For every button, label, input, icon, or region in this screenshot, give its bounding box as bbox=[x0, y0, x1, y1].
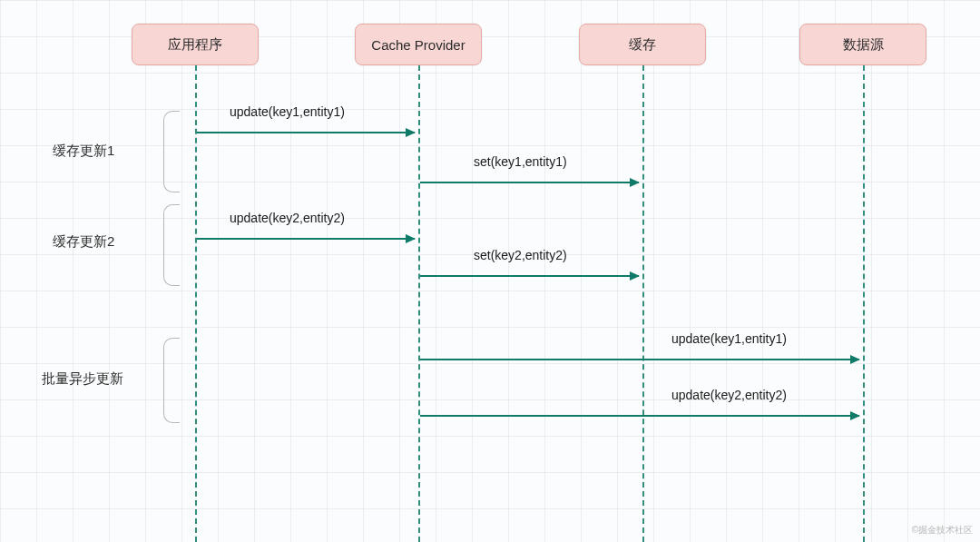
actor-app: 应用程序 bbox=[132, 24, 259, 65]
actor-label: Cache Provider bbox=[371, 37, 465, 53]
actor-source: 数据源 bbox=[799, 24, 926, 65]
lifeline-provider bbox=[418, 65, 420, 542]
brace-group-2 bbox=[163, 204, 180, 286]
msg-arrow-m5 bbox=[420, 359, 859, 360]
msg-label-m5: update(key1,entity1) bbox=[671, 331, 787, 346]
msg-arrow-m3 bbox=[197, 238, 415, 240]
actor-provider: Cache Provider bbox=[355, 24, 482, 65]
actor-label: 应用程序 bbox=[168, 36, 222, 54]
msg-arrow-m2 bbox=[420, 182, 639, 183]
brace-group-1 bbox=[163, 111, 180, 192]
msg-label-m3: update(key2,entity2) bbox=[230, 211, 345, 225]
lifeline-cache bbox=[642, 65, 644, 542]
msg-arrow-m1 bbox=[197, 132, 415, 133]
group-label-1: 缓存更新1 bbox=[53, 143, 114, 160]
lifeline-app bbox=[195, 65, 197, 542]
msg-label-m4: set(key2,entity2) bbox=[474, 248, 567, 262]
lifeline-source bbox=[863, 65, 865, 542]
msg-label-m2: set(key1,entity1) bbox=[474, 154, 567, 169]
msg-arrow-m6 bbox=[420, 415, 859, 417]
msg-arrow-m4 bbox=[420, 275, 639, 277]
brace-group-3 bbox=[163, 338, 180, 423]
group-label-3: 批量异步更新 bbox=[42, 370, 123, 388]
actor-cache: 缓存 bbox=[579, 24, 706, 65]
watermark: ©掘金技术社区 bbox=[912, 524, 973, 537]
msg-label-m1: update(key1,entity1) bbox=[230, 104, 345, 119]
actor-label: 缓存 bbox=[629, 36, 656, 54]
actor-label: 数据源 bbox=[843, 36, 884, 54]
msg-label-m6: update(key2,entity2) bbox=[671, 388, 787, 402]
group-label-2: 缓存更新2 bbox=[53, 233, 114, 251]
